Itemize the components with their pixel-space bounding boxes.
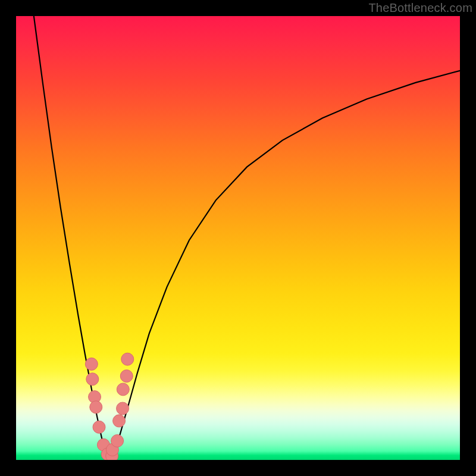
dots-group bbox=[85, 353, 133, 460]
dot bbox=[121, 353, 134, 365]
dot bbox=[113, 415, 126, 427]
curve-right-branch bbox=[109, 71, 460, 460]
dot bbox=[93, 421, 105, 433]
plot-area bbox=[16, 16, 460, 460]
dot bbox=[117, 402, 129, 415]
dot bbox=[90, 401, 102, 414]
dot bbox=[120, 370, 133, 383]
dot bbox=[85, 358, 98, 370]
chart-svg bbox=[16, 16, 460, 460]
watermark-text: TheBottleneck.com bbox=[368, 1, 472, 15]
outer-frame: TheBottleneck.com bbox=[0, 0, 476, 476]
dot bbox=[111, 434, 124, 447]
dot bbox=[117, 383, 129, 396]
dot bbox=[86, 373, 99, 386]
